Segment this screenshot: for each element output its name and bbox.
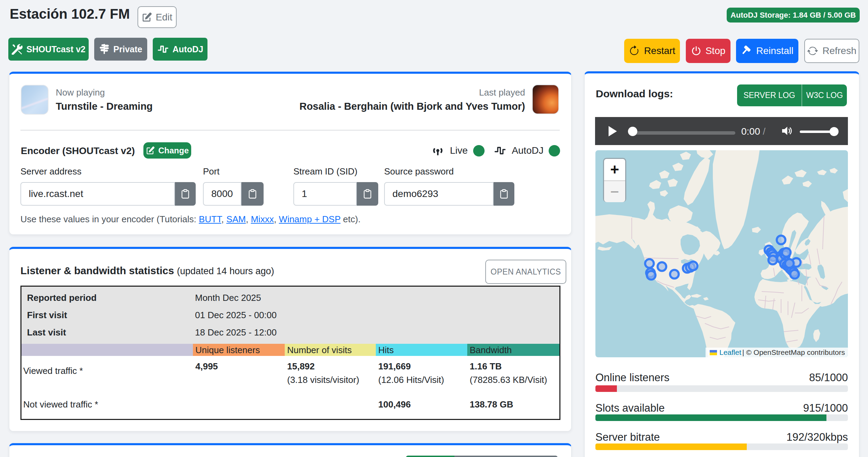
svg-text:| © OpenStreetMap contributors: | © OpenStreetMap contributors bbox=[742, 348, 845, 356]
svg-text:Leaflet: Leaflet bbox=[719, 348, 741, 356]
